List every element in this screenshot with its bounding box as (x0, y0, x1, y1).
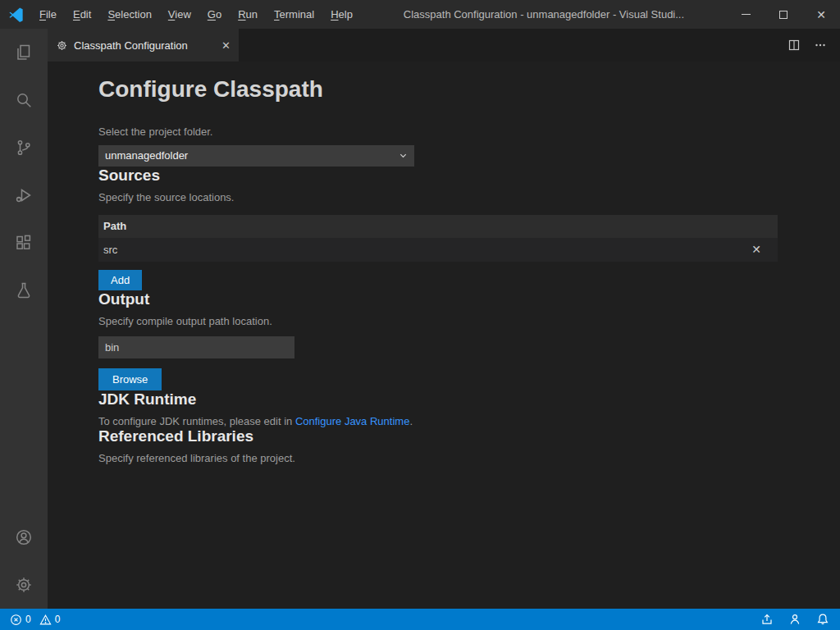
remove-source-icon[interactable]: ✕ (751, 244, 761, 255)
menu-help[interactable]: Help (322, 0, 361, 29)
close-icon: ✕ (816, 9, 826, 21)
tabbar-actions (788, 29, 840, 62)
titlebar: File Edit Selection View Go Run Terminal… (0, 0, 840, 29)
source-row[interactable]: src ✕ (98, 238, 778, 262)
browse-button[interactable]: Browse (98, 368, 162, 390)
share-icon[interactable] (758, 609, 776, 630)
minimize-icon (742, 14, 751, 15)
page-title: Configure Classpath (98, 75, 840, 103)
main-area: Classpath Configuration ✕ (0, 29, 840, 609)
referenced-libraries-heading: Referenced Libraries (98, 427, 840, 445)
configure-java-runtime-link[interactable]: Configure Java Runtime (295, 415, 409, 427)
menu-file[interactable]: File (31, 0, 65, 29)
run-debug-icon[interactable] (0, 171, 48, 219)
add-source-button[interactable]: Add (98, 270, 142, 290)
output-path-input[interactable] (98, 336, 294, 358)
output-description: Specify compile output path location. (98, 315, 840, 327)
close-window-button[interactable]: ✕ (802, 0, 840, 29)
jdk-runtime-heading: JDK Runtime (98, 390, 840, 409)
statusbar-right (758, 609, 840, 630)
menu-selection[interactable]: Selection (99, 0, 159, 29)
path-column-header: Path (98, 215, 778, 238)
warning-icon (39, 614, 52, 626)
split-editor-icon[interactable] (788, 39, 801, 52)
project-folder-label: Select the project folder. (98, 126, 840, 138)
menu-go[interactable]: Go (199, 0, 230, 29)
extensions-icon[interactable] (0, 219, 48, 267)
output-heading: Output (98, 290, 840, 308)
menu-terminal[interactable]: Terminal (266, 0, 322, 29)
vscode-window: File Edit Selection View Go Run Terminal… (0, 0, 840, 630)
account-icon[interactable] (0, 514, 48, 561)
statusbar: 0 0 (0, 609, 840, 630)
window-controls: ✕ (727, 0, 840, 29)
settings-gear-icon[interactable] (0, 561, 48, 609)
jdk-text-after: . (409, 415, 413, 427)
problems-status[interactable]: 0 0 (7, 609, 68, 630)
editor-group: Classpath Configuration ✕ (48, 29, 840, 609)
jdk-runtime-description: To configure JDK runtimes, please edit i… (98, 415, 840, 427)
referenced-libraries-description: Specify referenced libraries of the proj… (98, 452, 840, 464)
tab-label: Classpath Configuration (74, 39, 188, 52)
error-icon (10, 614, 22, 626)
minimize-button[interactable] (727, 0, 765, 29)
source-path-value: src (103, 244, 117, 256)
maximize-button[interactable] (765, 0, 802, 29)
more-actions-icon[interactable] (814, 39, 827, 52)
sources-table: Path src ✕ (98, 215, 778, 262)
sources-description: Specify the source locations. (98, 191, 840, 203)
search-icon[interactable] (0, 76, 48, 124)
project-folder-select[interactable]: unmanagedfolder (98, 145, 414, 167)
tab-classpath-configuration[interactable]: Classpath Configuration ✕ (48, 29, 239, 62)
chevron-down-icon (399, 151, 408, 160)
menubar: File Edit Selection View Go Run Terminal… (31, 0, 361, 29)
activitybar-spacer (0, 314, 48, 514)
activitybar (0, 29, 48, 609)
menu-edit[interactable]: Edit (65, 0, 99, 29)
maximize-icon (779, 11, 788, 19)
sources-heading: Sources (98, 167, 840, 185)
warning-count: 0 (55, 614, 61, 625)
project-folder-value: unmanagedfolder (105, 149, 188, 162)
vscode-logo-icon (0, 7, 31, 22)
window-title: Classpath Configuration - unmanagedfolde… (361, 8, 727, 21)
tab-close-icon[interactable]: ✕ (221, 40, 231, 51)
menu-run[interactable]: Run (230, 0, 266, 29)
bell-icon[interactable] (814, 609, 832, 630)
jdk-text-before: To configure JDK runtimes, please edit i… (98, 415, 295, 427)
classpath-configuration-page: Configure Classpath Select the project f… (48, 62, 840, 609)
classpath-tab-icon (56, 39, 68, 52)
error-count: 0 (25, 614, 31, 625)
testing-icon[interactable] (0, 267, 48, 314)
menu-view[interactable]: View (160, 0, 199, 29)
tabbar: Classpath Configuration ✕ (48, 29, 840, 62)
source-control-icon[interactable] (0, 124, 48, 171)
explorer-icon[interactable] (0, 29, 48, 76)
feedback-icon[interactable] (786, 609, 804, 630)
